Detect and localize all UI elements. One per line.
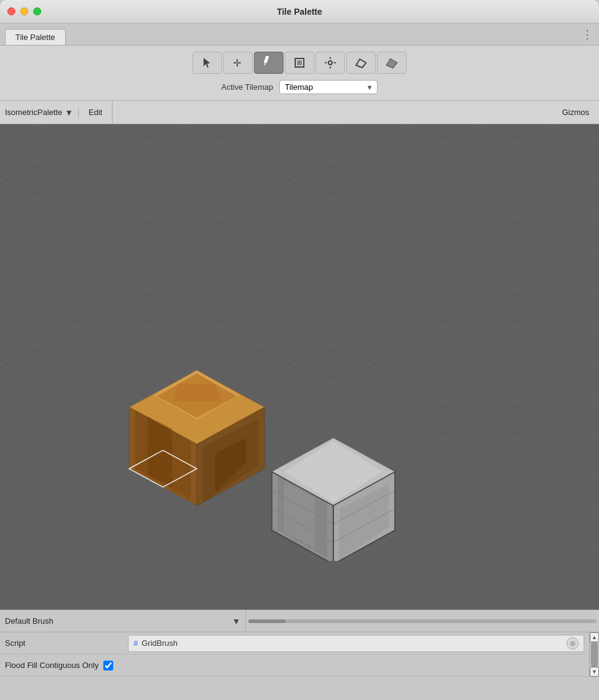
move-icon: ✛ [232,57,244,69]
script-label: Script [5,638,128,648]
iso-grid [0,124,599,561]
tilemap-select-wrapper: Tilemap ▼ [279,80,378,94]
palette-bar: IsometricPalette ▼ Edit Gizmos [0,101,599,124]
scrollbar-track [590,642,599,667]
fill-tool-button[interactable] [377,52,407,74]
svg-marker-11 [356,59,366,68]
scrollbar-thumb[interactable] [591,642,598,667]
close-button[interactable] [7,7,15,15]
box-icon [293,57,306,69]
erase-icon [355,57,367,69]
svg-text:✛: ✛ [233,58,241,68]
canvas-area[interactable] [0,124,599,610]
select-icon [201,57,213,69]
toolbar-tools: ✛ [192,52,407,74]
minimize-button[interactable] [20,7,28,15]
brush-name: Default Brush [5,616,229,626]
brush-select-wrapper: Default Brush ▼ [0,610,246,632]
svg-rect-5 [297,60,302,65]
flood-fill-checkbox[interactable] [103,661,113,670]
brush-scrollbar-area [246,610,599,632]
scroll-up-button[interactable]: ▲ [590,632,599,642]
svg-marker-0 [204,58,210,68]
svg-rect-2 [264,56,269,63]
active-tilemap-label: Active Tilemap [221,82,274,92]
flood-fill-label: Flood Fill Contiguous Only [5,661,98,670]
flood-fill-row: Flood Fill Contiguous Only [0,654,589,677]
toolbar: ✛ [0,46,599,101]
traffic-lights [7,7,41,15]
window-title: Tile Palette [277,7,322,17]
select-tool-button[interactable] [192,52,222,74]
script-value: GridBrush [141,638,178,648]
brush-selector-row: Default Brush ▼ [0,610,599,632]
eyedropper-icon [324,57,336,69]
paint-icon [262,56,276,70]
properties-area: Script # GridBrush ◎ Flood Fill Contiguo… [0,632,599,677]
tile-palette-tab[interactable]: Tile Palette [5,29,66,45]
paint-tool-button[interactable] [254,52,284,74]
palette-gizmos-button[interactable]: Gizmos [552,101,599,124]
palette-edit-button[interactable]: Edit [79,101,113,124]
brush-dropdown-button[interactable]: ▼ [232,616,240,626]
bottom-panel: Default Brush ▼ Script # GridBrush ◎ [0,610,599,677]
maximize-button[interactable] [33,7,41,15]
brush-scrollbar[interactable] [248,619,597,623]
svg-point-6 [328,61,332,65]
tab-menu-button[interactable]: ⋮ [582,29,593,40]
box-tool-button[interactable] [285,52,314,74]
brush-scrollbar-thumb[interactable] [248,619,285,623]
tilemap-select[interactable]: Tilemap [279,80,378,94]
palette-select-area: IsometricPalette ▼ [0,108,79,117]
titlebar: Tile Palette [0,0,599,23]
move-tool-button[interactable]: ✛ [223,52,253,74]
script-row: Script # GridBrush ◎ [0,632,589,654]
eyedropper-tool-button[interactable] [315,52,345,74]
active-tilemap-row: Active Tilemap Tilemap ▼ [221,80,378,94]
erase-tool-button[interactable] [346,52,376,74]
fill-icon [386,57,398,69]
svg-marker-23 [172,384,221,401]
properties-left: Script # GridBrush ◎ Flood Fill Contiguo… [0,632,589,677]
script-field: # GridBrush ◎ [128,635,584,652]
palette-dropdown-button[interactable]: ▼ [65,108,73,117]
hash-icon: # [133,638,138,648]
script-target-button[interactable]: ◎ [566,637,579,650]
scroll-down-button[interactable]: ▼ [590,667,599,677]
tabbar: Tile Palette ⋮ [0,23,599,46]
right-scrollbar: ▲ ▼ [589,632,599,677]
palette-name: IsometricPalette [5,108,62,117]
svg-rect-3 [264,62,266,65]
